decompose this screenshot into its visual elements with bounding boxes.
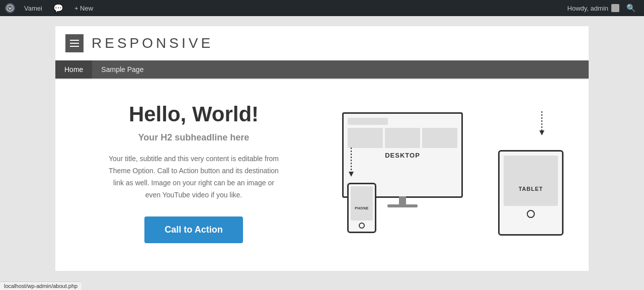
hero-content: Hello, World! Your H2 subheadline here Y… [75, 102, 322, 243]
hero-section: Hello, World! Your H2 subheadline here Y… [55, 80, 589, 271]
status-bar: localhost/wp-admin/about.php [0, 281, 82, 290]
comment-icon[interactable]: 💬 [51, 4, 65, 13]
site-container: RESPONSIVE Home Sample Page Hello, World… [55, 26, 589, 271]
desktop-bar [348, 118, 388, 125]
desktop-label: DESKTOP [385, 152, 420, 159]
admin-bar: Vamei 💬 + New Howdy, admin 🔍 [0, 0, 644, 16]
phone-screen [351, 186, 373, 221]
adminbar-new-button[interactable]: + New [71, 5, 96, 12]
phone-home-button [359, 223, 365, 229]
device-tablet: TABLET [498, 150, 564, 236]
cta-button[interactable]: Call to Action [144, 216, 243, 243]
wp-logo[interactable] [5, 3, 15, 13]
desktop-screen [344, 114, 461, 152]
desktop-base [387, 204, 418, 207]
page-wrapper: RESPONSIVE Home Sample Page Hello, World… [0, 16, 644, 290]
desktop-grid [348, 128, 457, 148]
phone-label: PHONE [355, 206, 368, 210]
site-logo-icon[interactable] [65, 34, 84, 52]
hamburger-icon [70, 40, 79, 47]
hero-title: Hello, World! [75, 102, 312, 126]
desktop-cell [385, 128, 420, 148]
status-url: localhost/wp-admin/about.php [4, 283, 77, 289]
device-phone: PHONE [347, 183, 376, 233]
desktop-stand [399, 196, 406, 204]
tablet-home-button [527, 210, 535, 218]
arrow-left-bottom-icon [341, 148, 361, 178]
svg-marker-2 [539, 130, 544, 135]
admin-avatar [611, 4, 619, 12]
desktop-cell [348, 128, 383, 148]
nav-link-sample-page[interactable]: Sample Page [92, 60, 152, 79]
site-title: RESPONSIVE [92, 35, 213, 51]
adminbar-howdy[interactable]: Howdy, admin [568, 4, 619, 12]
search-icon[interactable]: 🔍 [623, 4, 639, 13]
site-header: RESPONSIVE [55, 26, 589, 60]
howdy-label: Howdy, admin [568, 5, 608, 12]
nav-item-sample-page[interactable]: Sample Page [92, 60, 152, 79]
adminbar-site-name[interactable]: Vamei [21, 5, 45, 12]
hero-image: DESKTOP PHONE TABLET [332, 107, 569, 238]
svg-marker-4 [349, 172, 354, 177]
hero-subtitle: Your H2 subheadline here [75, 132, 312, 143]
nav-item-home[interactable]: Home [55, 60, 92, 79]
arrow-top-right-icon [539, 111, 559, 136]
site-nav: Home Sample Page [55, 60, 589, 79]
tablet-label: TABLET [519, 186, 543, 192]
tablet-screen [504, 156, 558, 206]
hero-body: Your title, subtitle and this very conte… [108, 153, 279, 201]
desktop-cell [422, 128, 457, 148]
nav-link-home[interactable]: Home [55, 60, 92, 79]
